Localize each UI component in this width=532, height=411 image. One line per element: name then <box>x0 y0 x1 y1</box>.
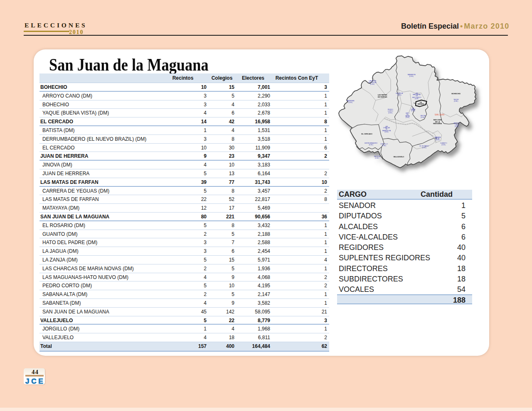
svg-text:(D.M.): (D.M.) <box>375 157 379 159</box>
svg-text:(D.M.): (D.M.) <box>384 131 388 133</box>
svg-text:LAS MATAS: LAS MATAS <box>378 94 387 96</box>
svg-text:(D.M.): (D.M.) <box>409 76 414 77</box>
svg-text:EL ROSARIO: EL ROSARIO <box>420 145 429 147</box>
svg-text:YAQUE: YAQUE <box>453 99 459 100</box>
svg-text:DE YEGUA: DE YEGUA <box>369 82 377 83</box>
svg-text:(D.M.): (D.M.) <box>388 112 392 114</box>
svg-text:CANO: CANO <box>455 124 459 126</box>
svg-text:VALLEJUELO: VALLEJUELO <box>393 156 404 158</box>
svg-text:DE FARFAN: DE FARFAN <box>378 96 387 98</box>
svg-text:CARRERA: CARRERA <box>369 80 376 82</box>
svg-text:SABANETA: SABANETA <box>407 74 416 76</box>
svg-text:HERRERA: HERRERA <box>417 103 424 105</box>
svg-text:DERRUMBADERO: DERRUMBADERO <box>365 142 378 144</box>
svg-text:JORGILLO: JORGILLO <box>380 143 388 145</box>
svg-text:ARROYO: ARROYO <box>453 122 460 124</box>
svg-text:(D.M.): (D.M.) <box>422 147 426 149</box>
svg-text:BATISTA: BATISTA <box>374 156 380 157</box>
svg-text:(D.M.): (D.M.) <box>382 145 386 147</box>
svg-text:(D.M.): (D.M.) <box>370 83 374 85</box>
svg-text:LA JAGUA: LA JAGUA <box>396 93 403 94</box>
svg-text:(D.M.): (D.M.) <box>348 102 352 103</box>
svg-text:(D.M.): (D.M.) <box>406 117 409 118</box>
svg-text:DE LA: DE LA <box>435 121 440 123</box>
svg-text:(D.M.): (D.M.) <box>441 144 446 146</box>
svg-text:(D.M.): (D.M.) <box>455 126 459 127</box>
svg-text:(D.M.): (D.M.) <box>369 144 373 146</box>
svg-text:(D.M.): (D.M.) <box>421 117 425 118</box>
svg-text:(D.M.): (D.M.) <box>436 139 440 141</box>
svg-text:GUANITO: GUANITO <box>440 142 447 144</box>
svg-text:EL CERCADO: EL CERCADO <box>361 133 372 135</box>
svg-text:(D.M.): (D.M.) <box>454 100 458 102</box>
svg-text:CORTO: CORTO <box>388 110 393 112</box>
svg-text:MATAYAYA: MATAYAYA <box>347 100 355 102</box>
svg-text:(D.M.): (D.M.) <box>397 94 401 96</box>
svg-text:SAN JUAN: SAN JUAN <box>435 114 444 116</box>
svg-text:JINOVA: JINOVA <box>420 115 426 117</box>
svg-text:SAN JUAN: SAN JUAN <box>433 119 442 121</box>
svg-text:BOHECHIO: BOHECHIO <box>452 93 461 95</box>
svg-text:MAGUANA: MAGUANA <box>433 122 442 125</box>
svg-text:(D.M.): (D.M.) <box>415 98 419 100</box>
svg-text:(D.M.): (D.M.) <box>411 110 415 112</box>
svg-text:PEDRO: PEDRO <box>388 109 393 110</box>
